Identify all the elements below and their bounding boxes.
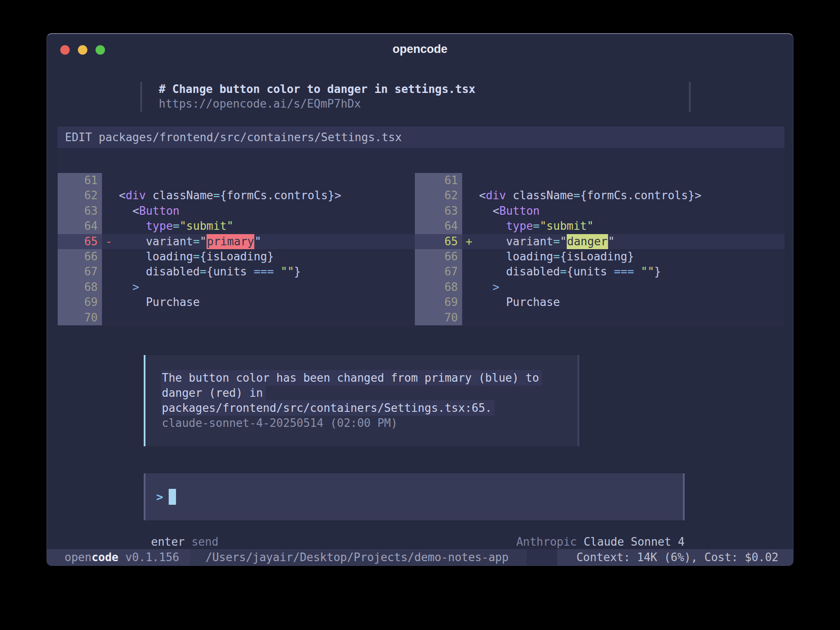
user-message: # Change button color to danger in setti… xyxy=(140,82,691,112)
code-row: 69 Purchase xyxy=(58,295,415,310)
model-label: Claude Sonnet 4 xyxy=(584,535,685,548)
diff-rows: 6162 <div className={formCs.controls}>63… xyxy=(58,173,784,325)
edit-diff-panel: EDIT packages/frontend/src/containers/Se… xyxy=(58,127,784,326)
reply-model-meta: claude-sonnet-4-20250514 (02:00 PM) xyxy=(162,416,565,431)
line-number: 70 xyxy=(58,310,102,325)
code-row: 63 <Button xyxy=(415,204,784,219)
edit-file-path: packages/frontend/src/containers/Setting… xyxy=(99,131,401,144)
message-accent-bar-left xyxy=(140,82,142,112)
code-line: disabled={units === ""} xyxy=(102,264,415,279)
code-row: 67 disabled={units === ""} xyxy=(58,264,415,279)
code-line: <div className={formCs.controls}> xyxy=(462,188,784,203)
code-line xyxy=(462,310,784,325)
code-row: 68 > xyxy=(415,280,784,295)
code-line: <Button xyxy=(102,204,415,219)
code-line: loading={isLoading} xyxy=(462,249,784,264)
line-number: 67 xyxy=(58,264,102,279)
status-bar-spacer xyxy=(527,549,558,565)
opencode-window: opencode # Change button color to danger… xyxy=(46,33,794,566)
context-cost-stats: Context: 14K (6%), Cost: $0.02 xyxy=(557,549,793,565)
line-number: 68 xyxy=(415,280,462,295)
workspace-path: /Users/jayair/Desktop/Projects/demo-note… xyxy=(190,549,526,565)
diff-left-pane: 6162 <div className={formCs.controls}>63… xyxy=(58,173,415,325)
reply-text-line: packages/frontend/src/containers/Setting… xyxy=(162,401,565,416)
code-line: <Button xyxy=(462,204,784,219)
code-line xyxy=(462,173,784,188)
line-number: 69 xyxy=(415,295,462,310)
code-row: 63 <Button xyxy=(58,204,415,219)
message-title: # Change button color to danger in setti… xyxy=(159,82,476,96)
line-number: 61 xyxy=(415,173,462,188)
code-line: + variant="danger" xyxy=(462,234,784,249)
code-row: 70 xyxy=(58,310,415,325)
app-name-open: open xyxy=(65,551,92,564)
line-number: 70 xyxy=(415,310,462,325)
code-row: 61 xyxy=(58,173,415,188)
app-name-version: opencodev0.1.156 xyxy=(47,549,190,565)
assistant-reply: The button color has been changed from p… xyxy=(144,355,579,446)
status-bar: opencodev0.1.156 /Users/jayair/Desktop/P… xyxy=(47,549,793,565)
line-number: 69 xyxy=(58,295,102,310)
app-version: v0.1.156 xyxy=(125,551,179,564)
line-number: 64 xyxy=(58,219,102,234)
code-row: 69 Purchase xyxy=(415,295,784,310)
line-number: 67 xyxy=(415,264,462,279)
code-row: 64 type="submit" xyxy=(415,219,784,234)
text-cursor xyxy=(169,489,176,505)
code-line: Purchase xyxy=(102,295,415,310)
code-line: loading={isLoading} xyxy=(102,249,415,264)
code-line xyxy=(102,173,415,188)
code-row: 62 <div className={formCs.controls}> xyxy=(58,188,415,203)
prompt-input[interactable]: > xyxy=(144,473,685,520)
code-line: Purchase xyxy=(462,295,784,310)
code-row: 65- variant="primary" xyxy=(58,234,415,249)
code-row: 66 loading={isLoading} xyxy=(58,249,415,264)
code-line: > xyxy=(102,280,415,295)
line-number: 62 xyxy=(415,188,462,203)
hint-enter-key: enter xyxy=(151,535,185,548)
line-number: 63 xyxy=(58,204,102,219)
line-number: 65 xyxy=(415,234,462,249)
line-number: 66 xyxy=(415,249,462,264)
code-line: > xyxy=(462,280,784,295)
code-row: 61 xyxy=(415,173,784,188)
code-row: 64 type="submit" xyxy=(58,219,415,234)
line-number: 66 xyxy=(58,249,102,264)
code-line xyxy=(102,310,415,325)
hint-enter-action: send xyxy=(191,535,219,548)
code-line: type="submit" xyxy=(102,219,415,234)
model-hint: Anthropic Claude Sonnet 4 xyxy=(516,534,685,549)
code-row: 67 disabled={units === ""} xyxy=(415,264,784,279)
provider-label: Anthropic xyxy=(516,535,577,548)
send-hint: enter send xyxy=(151,534,219,549)
line-number: 64 xyxy=(415,219,462,234)
code-row: 68 > xyxy=(58,280,415,295)
line-number: 62 xyxy=(58,188,102,203)
code-row: 66 loading={isLoading} xyxy=(415,249,784,264)
diff-right-pane: 6162 <div className={formCs.controls}>63… xyxy=(415,173,784,325)
message-accent-bar-right xyxy=(689,82,691,112)
prompt-chevron-icon: > xyxy=(156,490,163,503)
hints-row: enter send Anthropic Claude Sonnet 4 xyxy=(151,534,685,549)
line-number: 68 xyxy=(58,280,102,295)
code-line: - variant="primary" xyxy=(102,234,415,249)
line-number: 63 xyxy=(415,204,462,219)
app-name-code: code xyxy=(92,551,119,564)
code-row: 65+ variant="danger" xyxy=(415,234,784,249)
deletion-marker: - xyxy=(105,235,112,248)
edit-label: EDIT xyxy=(65,131,92,144)
reply-text-line: danger (red) in xyxy=(162,386,565,401)
window-title: opencode xyxy=(47,43,793,56)
edit-header: EDIT packages/frontend/src/containers/Se… xyxy=(58,127,784,148)
line-number: 61 xyxy=(58,173,102,188)
line-number: 65 xyxy=(58,234,102,249)
addition-marker: + xyxy=(466,235,472,248)
code-line: disabled={units === ""} xyxy=(462,264,784,279)
code-line: <div className={formCs.controls}> xyxy=(102,188,415,203)
code-row: 62 <div className={formCs.controls}> xyxy=(415,188,784,203)
reply-text-line: The button color has been changed from p… xyxy=(162,371,565,386)
code-line: type="submit" xyxy=(462,219,784,234)
code-row: 70 xyxy=(415,310,784,325)
message-share-link[interactable]: https://opencode.ai/s/EQmP7hDx xyxy=(159,96,361,111)
